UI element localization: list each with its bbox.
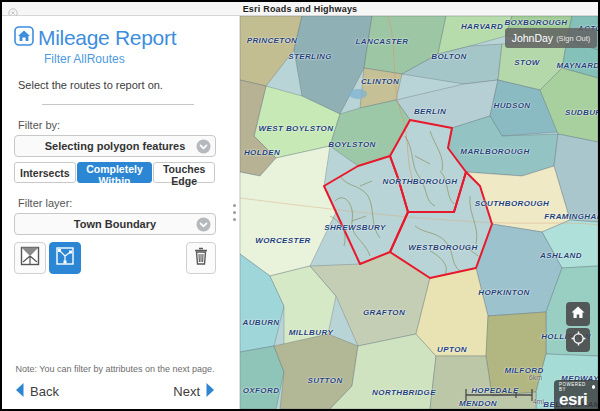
touches-edge-button[interactable]: Touches Edge bbox=[153, 162, 215, 183]
select-polygon-icon bbox=[20, 246, 40, 270]
page-title: Mileage Report bbox=[38, 26, 176, 50]
user-session-button[interactable]: JohnDay (Sign Out) bbox=[505, 28, 597, 48]
panel-resize-handle[interactable] bbox=[230, 16, 240, 409]
clear-selection-button[interactable] bbox=[186, 242, 216, 274]
filter-layer-dropdown[interactable]: Town Boundary bbox=[14, 213, 216, 235]
chevron-left-icon bbox=[14, 382, 25, 401]
next-label: Next bbox=[173, 384, 200, 399]
scale-bar: 6km 4mi bbox=[464, 376, 534, 402]
trash-icon bbox=[193, 247, 209, 269]
filter-layer-label: Filter layer: bbox=[18, 197, 216, 209]
draw-polygon-icon bbox=[55, 246, 75, 270]
basemap-svg bbox=[240, 16, 598, 409]
chevron-right-icon bbox=[205, 382, 216, 401]
select-by-rectangle-tool-button[interactable] bbox=[14, 242, 46, 274]
scale-km-label: 6km bbox=[529, 374, 542, 381]
separator-line bbox=[42, 104, 194, 105]
back-label: Back bbox=[30, 384, 59, 399]
close-icon[interactable] bbox=[8, 4, 18, 14]
scale-mi-label: 4mi bbox=[533, 398, 544, 405]
completely-within-button[interactable]: Completely Within bbox=[77, 162, 153, 183]
map-canvas[interactable]: PRINCETONSTERLINGLANCASTERHARVARDBOXBORO… bbox=[240, 16, 598, 409]
window-title: Esri Roads and Highways bbox=[243, 4, 358, 14]
filter-layer-value: Town Boundary bbox=[15, 218, 215, 230]
back-button[interactable]: Back bbox=[14, 382, 59, 401]
chevron-down-icon bbox=[196, 139, 211, 154]
home-icon bbox=[14, 26, 34, 50]
mileage-report-panel: Mileage Report Filter AllRoutes Select t… bbox=[2, 16, 230, 409]
crosshair-icon bbox=[571, 331, 586, 349]
filter-by-dropdown[interactable]: Selecting polygon features bbox=[14, 135, 216, 157]
esri-logo-text: esri bbox=[559, 391, 595, 408]
home-extent-button[interactable] bbox=[566, 302, 590, 326]
chevron-down-icon bbox=[196, 217, 211, 232]
spatial-filter-segmented: Intersects Completely Within Touches Edg… bbox=[14, 162, 216, 183]
intersects-button[interactable]: Intersects bbox=[14, 162, 76, 183]
reservoir-water bbox=[349, 89, 367, 99]
esri-attribution[interactable]: POWERED BY esri bbox=[554, 380, 598, 409]
instruction-text: Select the routes to report on. bbox=[18, 79, 216, 91]
filter-by-value: Selecting polygon features bbox=[15, 140, 215, 152]
sign-out-label: (Sign Out) bbox=[556, 34, 590, 43]
app-window: Esri Roads and Highways Mileage Report F… bbox=[0, 0, 600, 411]
draw-polygon-tool-button[interactable] bbox=[49, 242, 81, 274]
town-polygon-princeton[interactable] bbox=[240, 16, 302, 86]
next-button[interactable]: Next bbox=[173, 382, 216, 401]
user-name: JohnDay bbox=[512, 32, 553, 44]
note-text: Note: You can filter by attributes on th… bbox=[14, 364, 216, 374]
home-icon bbox=[571, 306, 585, 322]
locate-button[interactable] bbox=[566, 328, 590, 352]
title-bar: Esri Roads and Highways bbox=[2, 2, 598, 16]
page-subtitle: Filter AllRoutes bbox=[44, 52, 216, 66]
filter-by-label: Filter by: bbox=[18, 119, 216, 131]
